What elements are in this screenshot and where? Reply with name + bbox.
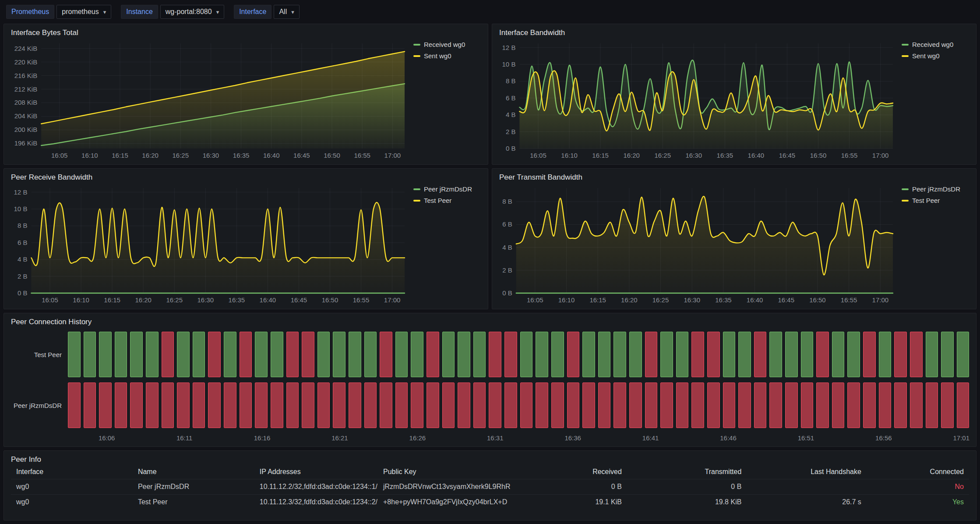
status-bar-connected[interactable]	[84, 332, 96, 377]
status-bar-connected[interactable]	[193, 332, 205, 377]
status-bar-connected[interactable]	[582, 332, 595, 377]
variable-value-dropdown[interactable]: prometheus▾	[56, 5, 111, 19]
status-bar-connected[interactable]	[738, 332, 751, 377]
status-bar-connected[interactable]	[520, 332, 533, 377]
status-bar-disconnected[interactable]	[754, 382, 767, 428]
time-series-chart[interactable]: 196 KiB200 KiB204 KiB208 KiB212 KiB216 K…	[11, 38, 407, 162]
status-bar-disconnected[interactable]	[785, 382, 798, 428]
status-bar-connected[interactable]	[613, 332, 626, 377]
time-series-chart[interactable]: 0 B2 B4 B6 B8 B10 B12 B16:0516:1016:1516…	[11, 183, 407, 306]
status-bar-disconnected[interactable]	[364, 382, 377, 428]
status-bar-disconnected[interactable]	[816, 332, 829, 377]
status-bar-connected[interactable]	[801, 332, 814, 377]
panel-title[interactable]: Peer Transmit Bandwidth	[499, 172, 969, 183]
status-bar-disconnected[interactable]	[847, 382, 860, 428]
status-bar-disconnected[interactable]	[504, 382, 517, 428]
status-bar-connected[interactable]	[99, 332, 112, 377]
status-bar-disconnected[interactable]	[380, 332, 392, 377]
status-bar-disconnected[interactable]	[879, 382, 892, 428]
status-bar-disconnected[interactable]	[863, 332, 876, 377]
status-bar-connected[interactable]	[271, 332, 283, 377]
status-bar-disconnected[interactable]	[99, 382, 112, 428]
status-bar-disconnected[interactable]	[427, 382, 439, 428]
status-bar-disconnected[interactable]	[68, 382, 81, 428]
legend-item[interactable]: Peer jRzmDsDR	[413, 185, 481, 193]
variable-value-dropdown[interactable]: wg-portal:8080▾	[160, 5, 224, 19]
status-bar-connected[interactable]	[879, 332, 892, 377]
status-bar-disconnected[interactable]	[629, 382, 642, 428]
status-bar-disconnected[interactable]	[504, 332, 517, 377]
status-bar-disconnected[interactable]	[723, 382, 736, 428]
column-header-public_key[interactable]: Public Key	[378, 465, 541, 479]
status-bar-disconnected[interactable]	[957, 382, 969, 428]
status-bar-disconnected[interactable]	[302, 332, 314, 377]
status-bar-disconnected[interactable]	[769, 382, 782, 428]
status-bar-disconnected[interactable]	[816, 382, 829, 428]
status-bar-disconnected[interactable]	[910, 332, 923, 377]
status-bar-disconnected[interactable]	[489, 332, 501, 377]
panel-title[interactable]: Interface Bytes Total	[11, 28, 481, 38]
panel-title[interactable]: Peer Connection History	[11, 317, 969, 327]
status-bar-disconnected[interactable]	[380, 382, 392, 428]
status-bar-connected[interactable]	[785, 332, 798, 377]
legend-item[interactable]: Received wg0	[902, 41, 969, 48]
panel-title[interactable]: Interface Bandwidth	[499, 28, 969, 38]
status-bar-disconnected[interactable]	[645, 382, 658, 428]
status-bar-disconnected[interactable]	[832, 382, 845, 428]
status-bar-disconnected[interactable]	[349, 382, 361, 428]
status-bar-disconnected[interactable]	[442, 382, 455, 428]
legend-item[interactable]: Test Peer	[902, 197, 969, 204]
status-bar-disconnected[interactable]	[863, 382, 876, 428]
status-bar-disconnected[interactable]	[894, 332, 907, 377]
status-bar-disconnected[interactable]	[411, 382, 423, 428]
status-bar-disconnected[interactable]	[240, 382, 252, 428]
status-bar-disconnected[interactable]	[676, 382, 689, 428]
status-bar-disconnected[interactable]	[738, 382, 751, 428]
status-bar-disconnected[interactable]	[941, 382, 954, 428]
status-bar-disconnected[interactable]	[691, 332, 704, 377]
status-bar-connected[interactable]	[536, 332, 548, 377]
status-bar-disconnected[interactable]	[286, 332, 299, 377]
column-header-name[interactable]: Name	[133, 465, 254, 479]
status-bar-connected[interactable]	[442, 332, 455, 377]
status-bar-disconnected[interactable]	[240, 332, 252, 377]
status-bar-connected[interactable]	[629, 332, 642, 377]
status-bar-connected[interactable]	[832, 332, 845, 377]
status-bar-connected[interactable]	[676, 332, 689, 377]
status-bar-connected[interactable]	[68, 332, 81, 377]
status-bar-disconnected[interactable]	[317, 382, 330, 428]
status-bar-disconnected[interactable]	[255, 382, 268, 428]
status-bar-connected[interactable]	[130, 332, 143, 377]
status-bar-disconnected[interactable]	[162, 332, 174, 377]
status-bar-disconnected[interactable]	[613, 382, 626, 428]
column-header-last_handshake[interactable]: Last Handshake	[747, 465, 867, 479]
status-bar-disconnected[interactable]	[333, 382, 345, 428]
column-header-interface[interactable]: Interface	[11, 465, 133, 479]
status-bar-connected[interactable]	[115, 332, 127, 377]
status-bar-connected[interactable]	[473, 332, 486, 377]
status-bar-disconnected[interactable]	[660, 382, 673, 428]
status-bar-disconnected[interactable]	[473, 382, 486, 428]
status-bar-disconnected[interactable]	[926, 382, 938, 428]
status-bar-disconnected[interactable]	[520, 382, 533, 428]
status-bar-disconnected[interactable]	[193, 382, 205, 428]
legend-item[interactable]: Peer jRzmDsDR	[902, 185, 969, 193]
status-bar-disconnected[interactable]	[910, 382, 923, 428]
status-bar-disconnected[interactable]	[130, 382, 143, 428]
status-bar-connected[interactable]	[458, 332, 470, 377]
status-bar-disconnected[interactable]	[224, 382, 236, 428]
column-header-received[interactable]: Received	[541, 465, 627, 479]
status-bar-disconnected[interactable]	[567, 332, 580, 377]
status-bar-connected[interactable]	[660, 332, 673, 377]
status-bar-connected[interactable]	[349, 332, 361, 377]
legend-item[interactable]: Sent wg0	[413, 52, 481, 60]
time-series-chart[interactable]: 0 B2 B4 B6 B8 B10 B12 B16:0516:1016:1516…	[499, 38, 895, 162]
status-bar-disconnected[interactable]	[801, 382, 814, 428]
status-bar-connected[interactable]	[847, 332, 860, 377]
panel-title[interactable]: Peer Receive Bandwidth	[11, 172, 481, 183]
status-bar-disconnected[interactable]	[302, 382, 314, 428]
status-bar-connected[interactable]	[146, 332, 159, 377]
status-bar-connected[interactable]	[333, 332, 345, 377]
status-bar-disconnected[interactable]	[427, 332, 439, 377]
status-bar-connected[interactable]	[941, 332, 954, 377]
